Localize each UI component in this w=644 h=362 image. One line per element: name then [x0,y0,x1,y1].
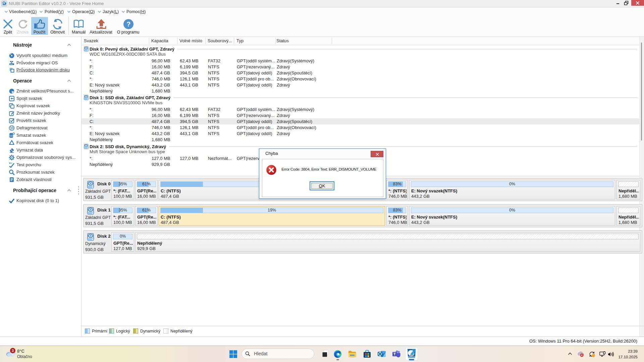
svg-text:?: ? [126,20,130,28]
